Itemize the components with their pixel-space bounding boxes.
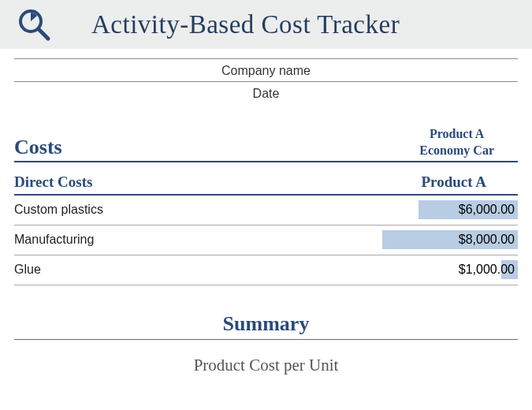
cost-item-value: $8,000.00 — [459, 233, 518, 247]
cost-item-value: $6,000.00 — [459, 203, 518, 217]
cost-item-value: $1,000.00 — [459, 263, 518, 277]
direct-costs-header: Direct Costs Product A — [14, 173, 518, 196]
product-column-header: Product A — [421, 173, 518, 191]
product-name: Product A — [419, 126, 494, 143]
table-row: Manufacturing$8,000.00 — [14, 226, 518, 255]
content-area: Company name Date Costs Product A Econom… — [0, 58, 532, 375]
page-header: Activity-Based Cost Tracker — [0, 0, 532, 49]
cost-item-label: Custom plastics — [14, 203, 103, 217]
svg-line-1 — [39, 29, 48, 39]
cost-value-cell: $8,000.00 — [337, 230, 518, 249]
date-field[interactable]: Date — [14, 81, 518, 104]
costs-title: Costs — [14, 136, 62, 161]
summary-title: Summary — [14, 312, 518, 340]
cost-value-cell: $6,000.00 — [337, 200, 518, 219]
magnifier-pie-icon — [14, 7, 54, 42]
cost-value-cell: $1,000.00 — [337, 260, 518, 279]
company-name-field[interactable]: Company name — [14, 58, 518, 81]
product-description: Economy Car — [419, 143, 494, 159]
cost-item-label: Glue — [14, 263, 41, 277]
costs-section-header: Costs Product A Economy Car — [14, 126, 518, 162]
direct-costs-title: Direct Costs — [14, 173, 92, 191]
page-title: Activity-Based Cost Tracker — [91, 10, 400, 39]
summary-subtitle: Product Cost per Unit — [14, 356, 518, 375]
table-row: Custom plastics$6,000.00 — [14, 196, 518, 226]
product-header-block: Product A Economy Car — [419, 126, 518, 161]
table-row: Glue$1,000.00 — [14, 255, 518, 285]
cost-rows-container: Custom plastics$6,000.00Manufacturing$8,… — [14, 196, 518, 285]
cost-item-label: Manufacturing — [14, 233, 94, 247]
